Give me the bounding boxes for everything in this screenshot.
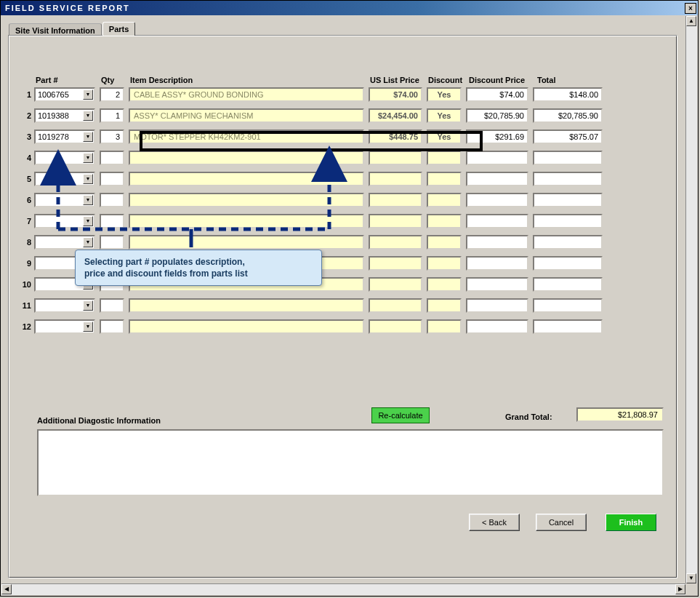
discount-price-field[interactable]: $20,785.90 (466, 108, 528, 123)
part-number-dropdown[interactable]: 1019388▼ (34, 108, 95, 123)
row-number: 9 (21, 259, 34, 268)
item-description-field (129, 214, 364, 228)
chevron-down-icon[interactable]: ▼ (83, 111, 93, 121)
qty-input[interactable] (100, 193, 124, 207)
discount-field (427, 151, 462, 165)
row-total-field: $20,785.90 (533, 108, 603, 123)
row-number: 6 (21, 196, 34, 204)
discount-price-field[interactable]: $291.69 (466, 129, 528, 144)
qty-input[interactable] (100, 151, 124, 165)
discount-price-field[interactable]: $74.00 (466, 87, 528, 102)
item-description-field: ASSY* CLAMPING MECHANISM (129, 108, 364, 123)
discount-field: Yes (427, 87, 462, 102)
item-description-field (129, 319, 364, 334)
discount-price-field[interactable] (466, 256, 528, 271)
qty-input[interactable] (100, 214, 124, 228)
qty-input[interactable] (100, 172, 124, 186)
discount-field (427, 172, 462, 186)
chevron-down-icon[interactable]: ▼ (83, 174, 93, 184)
part-number-dropdown[interactable]: ▼ (34, 193, 95, 207)
discount-price-field[interactable] (466, 319, 528, 334)
discount-price-field[interactable] (466, 277, 528, 292)
qty-input[interactable] (100, 298, 124, 313)
qty-input[interactable]: 1 (100, 108, 124, 123)
discount-field (427, 235, 462, 250)
row-number: 5 (21, 175, 34, 183)
list-price-field (369, 277, 422, 292)
scroll-right-icon[interactable]: ▶ (675, 584, 685, 594)
title-bar: FIELD SERVICE REPORT × (1, 1, 698, 15)
horizontal-scrollbar[interactable]: ◀ ▶ (1, 583, 685, 595)
list-price-field (369, 235, 422, 250)
discount-price-field[interactable] (466, 172, 528, 186)
table-row: 11006765▼2CABLE ASSY* GROUND BONDING$74.… (21, 87, 666, 103)
row-total-field (533, 172, 603, 186)
discount-field: Yes (427, 108, 462, 123)
scroll-down-icon[interactable]: ▼ (686, 573, 696, 583)
qty-input[interactable]: 2 (100, 87, 124, 102)
chevron-down-icon[interactable]: ▼ (83, 195, 93, 205)
item-description-field (129, 172, 364, 186)
table-row: 11▼ (21, 298, 666, 314)
recalculate-button[interactable]: Re-calculate (371, 407, 430, 423)
scroll-pane: Site Visit Information Parts Part # Qty … (1, 16, 697, 595)
part-number-dropdown[interactable]: ▼ (34, 151, 95, 165)
item-description-field (129, 235, 364, 250)
row-number: 8 (21, 238, 34, 247)
discount-field (427, 277, 462, 292)
vertical-scrollbar[interactable]: ▲ ▼ (685, 16, 697, 583)
discount-field (427, 193, 462, 207)
item-description-field: MOTOR* STEPPER KH42KM2-901 (129, 129, 364, 144)
scroll-up-icon[interactable]: ▲ (686, 16, 696, 26)
item-description-field (129, 298, 364, 313)
list-price-field (369, 319, 422, 334)
discount-price-field[interactable] (466, 214, 528, 228)
row-number: 4 (21, 154, 34, 162)
tab-parts[interactable]: Parts (102, 22, 136, 36)
chevron-down-icon[interactable]: ▼ (83, 300, 93, 311)
back-button[interactable]: < Back (469, 514, 520, 531)
chevron-down-icon[interactable]: ▼ (83, 216, 93, 226)
chevron-down-icon[interactable]: ▼ (83, 89, 93, 100)
chevron-down-icon[interactable]: ▼ (83, 237, 93, 247)
annotation-callout: Selecting part # populates description, … (75, 250, 322, 286)
part-number-dropdown[interactable]: 1006765▼ (34, 87, 95, 102)
row-total-field (533, 298, 603, 313)
discount-price-field[interactable] (466, 193, 528, 207)
part-number-dropdown[interactable]: ▼ (34, 235, 95, 250)
chevron-down-icon[interactable]: ▼ (83, 132, 93, 142)
table-row: 31019278▼3MOTOR* STEPPER KH42KM2-901$448… (21, 129, 666, 145)
qty-input[interactable] (100, 235, 124, 250)
qty-input[interactable] (100, 319, 124, 334)
chevron-down-icon[interactable]: ▼ (83, 322, 93, 332)
row-total-field (533, 256, 603, 271)
part-number-dropdown[interactable]: ▼ (34, 214, 95, 228)
row-total-field: $148.00 (533, 87, 603, 102)
part-number-dropdown[interactable]: ▼ (34, 298, 95, 313)
discount-price-field[interactable] (466, 235, 528, 250)
qty-input[interactable]: 3 (100, 129, 124, 144)
scroll-left-icon[interactable]: ◀ (1, 584, 12, 594)
hdr-total: Total (537, 76, 610, 84)
table-row: 7▼ (21, 213, 666, 229)
row-number: 7 (21, 217, 34, 226)
discount-price-field[interactable] (466, 298, 528, 313)
list-price-field (369, 172, 422, 186)
row-number: 12 (21, 322, 34, 331)
finish-button[interactable]: Finish (606, 514, 656, 531)
table-row: 12▼ (21, 319, 666, 335)
chevron-down-icon[interactable]: ▼ (83, 153, 93, 163)
cancel-button[interactable]: Cancel (536, 514, 587, 531)
part-number-dropdown[interactable]: ▼ (34, 319, 95, 334)
item-description-field (129, 151, 364, 165)
part-number-dropdown[interactable]: 1019278▼ (34, 129, 95, 144)
close-icon[interactable]: × (685, 3, 696, 14)
row-number: 1 (21, 90, 34, 99)
content-area: Site Visit Information Parts Part # Qty … (1, 16, 685, 583)
discount-price-field[interactable] (466, 151, 528, 165)
row-number: 3 (21, 132, 34, 141)
diagnostic-textarea[interactable] (37, 429, 664, 496)
part-number-dropdown[interactable]: ▼ (34, 172, 95, 186)
diagnostic-label: Additional Diagostic Information (37, 416, 161, 425)
tab-strip: Site Visit Information Parts (9, 22, 136, 36)
